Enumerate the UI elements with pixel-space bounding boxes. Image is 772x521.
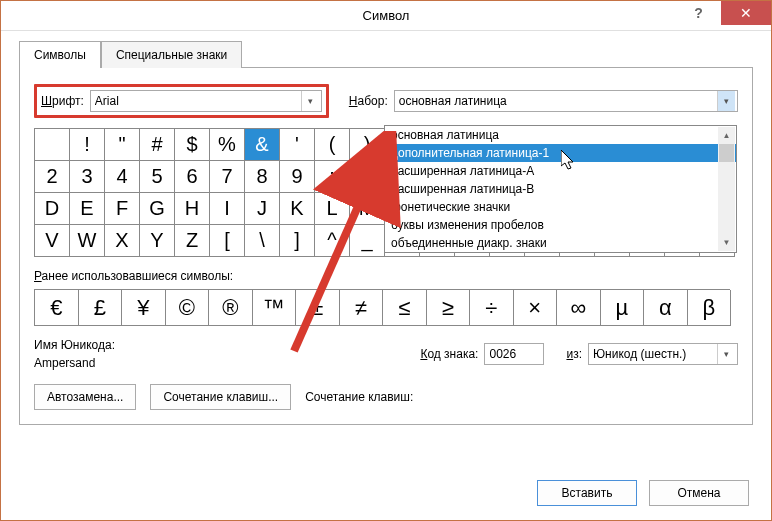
symbol-cell[interactable]: 9 [280,161,315,193]
scroll-down-icon[interactable]: ▼ [718,234,735,251]
font-label: Шрифт: [41,94,84,108]
symbol-cell[interactable]: M [350,193,385,225]
symbol-cell[interactable]: ( [315,129,350,161]
code-input[interactable] [484,343,544,365]
tab-special[interactable]: Специальные знаки [101,41,242,68]
subset-combo[interactable]: ▾ [394,90,738,112]
subset-option[interactable]: буквы изменения пробелов [385,216,736,234]
symbol-cell[interactable] [35,129,70,161]
recent-symbol-cell[interactable]: ≤ [383,290,427,326]
subset-option[interactable]: основная латиница [385,126,736,144]
recent-symbol-cell[interactable]: ® [209,290,253,326]
recent-symbol-cell[interactable]: ± [296,290,340,326]
window-controls: ? ✕ [676,1,771,25]
symbol-cell[interactable]: ^ [315,225,350,257]
chevron-down-icon: ▾ [308,96,313,106]
symbol-cell[interactable]: 2 [35,161,70,193]
font-combo[interactable]: ▾ [90,90,322,112]
tab-strip: Символы Специальные знаки [19,41,771,68]
shortcut-button[interactable]: Сочетание клавиш... [150,384,291,410]
close-button[interactable]: ✕ [721,1,771,25]
subset-option[interactable]: расширенная латиница-A [385,162,736,180]
symbol-cell[interactable]: 5 [140,161,175,193]
symbol-cell[interactable]: # [140,129,175,161]
shortcut-display-label: Сочетание клавиш: [305,390,413,404]
autocorrect-button[interactable]: Автозамена... [34,384,136,410]
dropdown-scrollbar[interactable]: ▲ ▼ [718,127,735,251]
recent-symbols-grid[interactable]: €£¥©®™±≠≤≥÷×∞µαβ [34,289,730,326]
subset-option[interactable]: объединенные диакр. знаки [385,234,736,252]
recent-symbol-cell[interactable]: µ [601,290,645,326]
subset-input[interactable] [395,91,717,111]
symbol-cell[interactable]: Y [140,225,175,257]
from-input[interactable] [589,344,717,364]
symbol-cell[interactable]: W [70,225,105,257]
recent-symbol-cell[interactable]: ∞ [557,290,601,326]
tab-panel: Шрифт: ▾ Набор: ▾ !"#$%&'()*+,-./0123456… [19,67,753,425]
symbol-cell[interactable]: ' [280,129,315,161]
tab-symbols[interactable]: Символы [19,41,101,68]
symbol-cell[interactable]: ! [70,129,105,161]
unicode-name-label: Имя Юникода: [34,338,115,352]
recent-symbol-cell[interactable]: ÷ [470,290,514,326]
symbol-cell[interactable]: Z [175,225,210,257]
symbol-cell[interactable]: E [70,193,105,225]
recent-symbol-cell[interactable]: β [688,290,732,326]
symbol-cell[interactable]: 7 [210,161,245,193]
symbol-dialog: Символ ? ✕ Символы Специальные знаки Шри… [0,0,772,521]
symbol-cell[interactable]: L [315,193,350,225]
symbol-cell[interactable]: \ [245,225,280,257]
symbol-cell[interactable]: ] [280,225,315,257]
recent-symbol-cell[interactable]: × [514,290,558,326]
symbol-cell[interactable]: X [105,225,140,257]
symbol-cell[interactable]: G [140,193,175,225]
recent-symbol-cell[interactable]: ™ [253,290,297,326]
subset-option[interactable]: фонетические значки [385,198,736,216]
scroll-thumb[interactable] [719,144,734,162]
symbol-cell[interactable]: I [210,193,245,225]
recent-symbol-cell[interactable]: ≠ [340,290,384,326]
font-dropdown-button[interactable]: ▾ [301,91,319,111]
scroll-up-icon[interactable]: ▲ [718,127,735,144]
symbol-cell[interactable]: F [105,193,140,225]
from-combo[interactable]: ▾ [588,343,738,365]
subset-option[interactable]: расширенная латиница-B [385,180,736,198]
recent-symbol-cell[interactable]: € [35,290,79,326]
symbol-cell[interactable]: [ [210,225,245,257]
symbol-cell[interactable]: 3 [70,161,105,193]
symbol-cell[interactable]: V [35,225,70,257]
symbol-cell[interactable]: : [315,161,350,193]
symbol-cell[interactable]: 6 [175,161,210,193]
symbol-cell[interactable]: J [245,193,280,225]
symbol-cell[interactable]: $ [175,129,210,161]
symbol-cell[interactable]: 4 [105,161,140,193]
symbol-cell[interactable]: " [105,129,140,161]
recent-symbol-cell[interactable]: ¥ [122,290,166,326]
help-button[interactable]: ? [676,1,721,25]
chevron-down-icon: ▾ [724,349,729,359]
recent-symbol-cell[interactable]: α [644,290,688,326]
recent-symbol-cell[interactable]: ≥ [427,290,471,326]
subset-dropdown-list[interactable]: основная латиницадополнительная латиница… [384,125,737,253]
symbol-cell[interactable]: D [35,193,70,225]
info-row: Имя Юникода: Ampersand Код знака: из: ▾ [34,338,738,370]
recent-symbol-cell[interactable]: £ [79,290,123,326]
symbol-cell[interactable]: H [175,193,210,225]
symbol-cell[interactable]: % [210,129,245,161]
font-input[interactable] [91,91,301,111]
symbol-cell[interactable]: _ [350,225,385,257]
subset-dropdown-button[interactable]: ▾ [717,91,735,111]
subset-option[interactable]: дополнительная латиница-1 [385,144,736,162]
recent-symbol-cell[interactable]: © [166,290,210,326]
symbol-cell[interactable]: ) [350,129,385,161]
cancel-button[interactable]: Отмена [649,480,749,506]
symbol-cell[interactable]: 8 [245,161,280,193]
subset-label: Набор: [349,94,388,108]
unicode-name: Ampersand [34,356,115,370]
from-dropdown-button[interactable]: ▾ [717,344,735,364]
titlebar: Символ ? ✕ [1,1,771,31]
insert-button[interactable]: Вставить [537,480,637,506]
symbol-cell[interactable]: K [280,193,315,225]
symbol-cell[interactable]: ; [350,161,385,193]
symbol-cell[interactable]: & [245,129,280,161]
